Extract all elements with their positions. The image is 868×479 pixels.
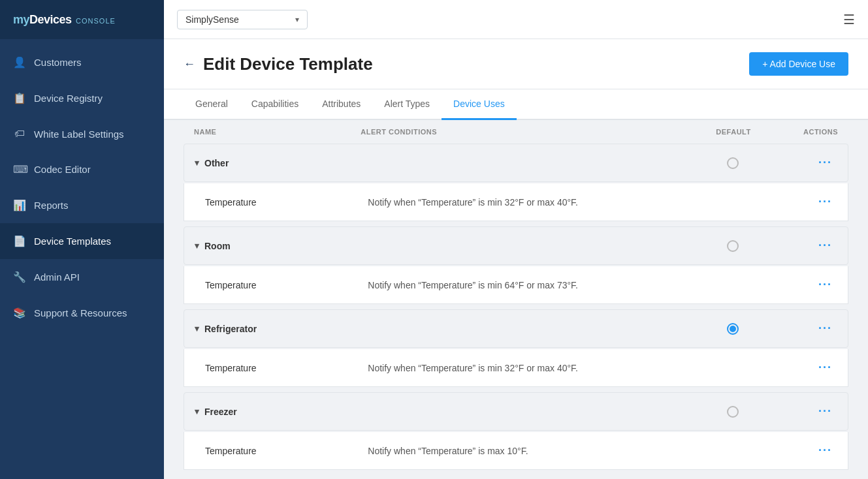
group-freezer-actions: ··· [772,402,837,421]
group-room-header[interactable]: ▾ Room ··· [184,226,848,265]
col-header-alert: ALERT CONDITIONS [361,128,694,136]
group-freezer-menu-button[interactable]: ··· [813,402,837,421]
table-row: Temperature Notify when “Temperature” is… [184,349,848,387]
tab-capabilities[interactable]: Capabilities [240,89,310,120]
page-header-left: ← Edit Device Template [184,54,373,74]
sidebar-item-label: Support & Resources [34,307,127,318]
sidebar-item-label: Customers [34,57,82,68]
device-templates-icon: 📄 [13,235,26,247]
radio-inner [730,326,736,332]
sidebar-item-label: White Label Settings [34,129,124,140]
group-other-actions: ··· [772,153,837,172]
tab-device-uses[interactable]: Device Uses [442,89,517,120]
chevron-icon: ▾ [195,241,199,251]
page-title: Edit Device Template [203,54,373,74]
sidebar-item-reports[interactable]: 📊 Reports [0,187,164,223]
group-other-default-radio[interactable] [694,157,772,169]
group-refrigerator-name: ▾ Refrigerator [195,324,361,334]
admin-api-icon: 🔧 [13,271,26,283]
group-refrigerator-menu-button[interactable]: ··· [813,319,837,338]
device-uses-table: NAME ALERT CONDITIONS DEFAULT ACTIONS ▾ … [164,120,868,479]
sidebar-item-support[interactable]: 📚 Support & Resources [0,295,164,331]
col-header-actions: ACTIONS [773,128,838,136]
chevron-icon: ▾ [195,407,199,416]
col-header-name: NAME [194,128,361,136]
sidebar-nav: 👤 Customers 📋 Device Registry 🏷 White La… [0,39,164,479]
tabs-bar: General Capabilities Attributes Alert Ty… [164,89,868,120]
sidebar-item-label: Admin API [34,271,80,283]
row-alert-condition: Notify when “Temperature” is max 10°F. [368,446,694,456]
logo: myDevices CONSOLE [0,0,164,39]
row-name: Temperature [205,363,368,373]
group-room-name: ▾ Room [195,241,361,251]
org-selector[interactable]: SimplySense ▾ [177,10,308,29]
logo-console: CONSOLE [76,17,116,25]
table-row: Temperature Notify when “Temperature” is… [184,183,848,221]
row-alert-condition: Notify when “Temperature” is min 64°F or… [368,280,694,290]
page-header: ← Edit Device Template + Add Device Use [164,39,868,89]
reports-icon: 📊 [13,199,26,211]
white-label-icon: 🏷 [13,128,26,140]
sidebar-item-label: Device Templates [34,236,111,247]
row-other-temp-menu-button[interactable]: ··· [813,193,837,211]
chevron-icon: ▾ [195,324,199,333]
table-headers: NAME ALERT CONDITIONS DEFAULT ACTIONS [184,120,848,144]
org-selector-text: SimplySense [185,14,290,25]
add-device-use-button[interactable]: + Add Device Use [749,52,848,76]
sidebar-item-codec-editor[interactable]: ⌨ Codec Editor [0,151,164,187]
group-refrigerator-actions: ··· [772,319,837,338]
group-room-menu-button[interactable]: ··· [813,236,837,255]
group-freezer-header[interactable]: ▾ Freezer ··· [184,392,848,431]
group-other-name: ▾ Other [195,158,361,168]
row-name: Temperature [205,197,368,208]
row-refrigerator-temp-menu-button[interactable]: ··· [813,358,837,377]
group-freezer-default-radio[interactable] [694,406,772,418]
chevron-down-icon: ▾ [295,15,299,24]
sidebar-item-white-label[interactable]: 🏷 White Label Settings [0,116,164,151]
radio-room[interactable] [727,240,739,252]
group-room-actions: ··· [772,236,837,255]
col-header-default: DEFAULT [694,128,773,136]
row-alert-condition: Notify when “Temperature” is min 32°F or… [368,363,694,373]
sidebar-item-label: Device Registry [34,93,103,104]
sidebar-item-device-templates[interactable]: 📄 Device Templates [0,223,164,259]
hamburger-menu-icon[interactable]: ☰ [843,12,855,27]
radio-freezer[interactable] [727,406,739,418]
row-name: Temperature [205,280,368,290]
sidebar-item-label: Codec Editor [34,164,91,175]
group-freezer-name: ▾ Freezer [195,407,361,417]
sidebar-item-device-registry[interactable]: 📋 Device Registry [0,80,164,116]
row-alert-condition: Notify when “Temperature” is min 32°F or… [368,197,694,208]
table-row: Temperature Notify when “Temperature” is… [184,432,848,470]
device-registry-icon: 📋 [13,92,26,104]
back-button[interactable]: ← [184,57,195,71]
codec-editor-icon: ⌨ [13,163,26,176]
sidebar-item-admin-api[interactable]: 🔧 Admin API [0,259,164,295]
row-freezer-temp-menu-button[interactable]: ··· [813,441,837,460]
sidebar: myDevices CONSOLE 👤 Customers 📋 Device R… [0,0,164,479]
group-other-header[interactable]: ▾ Other ··· [184,144,848,182]
row-room-temp-menu-button[interactable]: ··· [813,275,837,294]
customers-icon: 👤 [13,56,26,69]
page-content: ← Edit Device Template + Add Device Use … [164,39,868,479]
logo-text: myDevices CONSOLE [13,13,116,27]
radio-other[interactable] [727,157,739,169]
group-room-default-radio[interactable] [694,240,772,252]
main-content: SimplySense ▾ ☰ ← Edit Device Template +… [164,0,868,479]
radio-refrigerator[interactable] [727,323,739,335]
tab-alert-types[interactable]: Alert Types [372,89,442,120]
chevron-icon: ▾ [195,158,199,168]
tab-attributes[interactable]: Attributes [310,89,372,120]
support-icon: 📚 [13,307,26,319]
group-other-menu-button[interactable]: ··· [813,153,837,172]
table-row: Temperature Notify when “Temperature” is… [184,266,848,304]
topbar: SimplySense ▾ ☰ [164,0,868,39]
group-refrigerator-header[interactable]: ▾ Refrigerator ··· [184,309,848,348]
tab-general[interactable]: General [184,89,240,120]
group-refrigerator-default-radio[interactable] [694,323,772,335]
row-name: Temperature [205,446,368,456]
sidebar-item-label: Reports [34,200,69,211]
sidebar-item-customers[interactable]: 👤 Customers [0,44,164,80]
